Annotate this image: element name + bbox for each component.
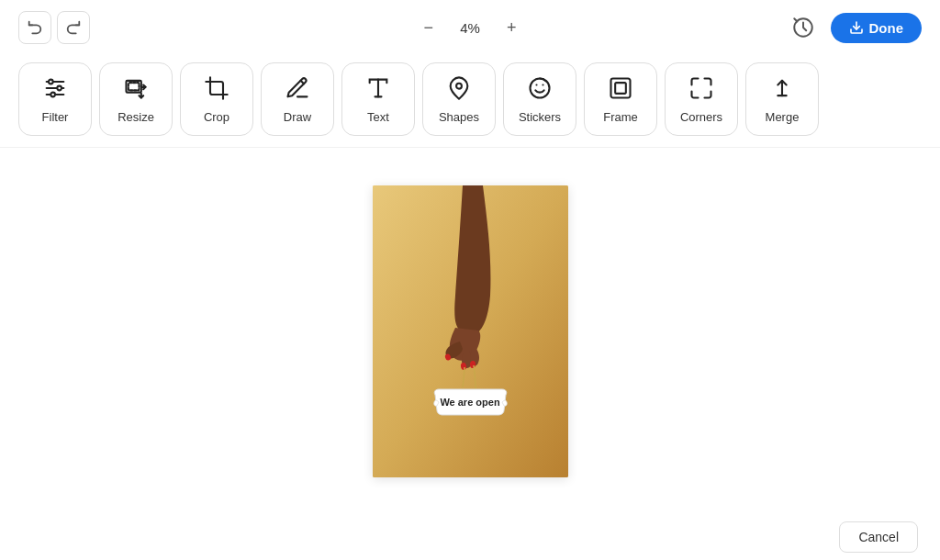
svg-point-7 [50, 92, 55, 96]
zoom-out-button[interactable]: − [416, 15, 441, 41]
zoom-control: − 4% + [416, 15, 523, 41]
done-button[interactable]: Done [831, 13, 923, 43]
svg-rect-18 [611, 78, 631, 97]
crop-icon [204, 75, 229, 105]
top-bar-right: Done [787, 11, 923, 44]
photo-background: We are open [373, 185, 568, 477]
svg-rect-11 [129, 83, 140, 90]
shapes-label: Shapes [439, 110, 479, 124]
stickers-label: Stickers [519, 110, 561, 124]
tool-resize[interactable]: Resize [99, 62, 173, 136]
stickers-icon [527, 75, 553, 105]
draw-icon [285, 75, 310, 105]
redo-button[interactable] [57, 11, 90, 44]
crop-label: Crop [204, 110, 229, 124]
resize-label: Resize [118, 110, 154, 124]
image-container: We are open [373, 185, 568, 477]
tool-crop[interactable]: Crop [180, 62, 253, 136]
frame-label: Frame [603, 110, 638, 124]
corners-label: Corners [680, 110, 722, 124]
canvas-area: We are open [0, 148, 940, 515]
draw-label: Draw [284, 110, 311, 124]
resize-icon [123, 75, 149, 105]
tool-corners[interactable]: Corners [665, 62, 738, 136]
filter-label: Filter [42, 110, 69, 124]
history-button[interactable] [787, 11, 820, 44]
corners-icon [688, 75, 714, 105]
merge-icon [769, 75, 795, 105]
frame-icon [608, 75, 633, 105]
top-bar: − 4% + Done [0, 0, 940, 55]
bottom-bar: Cancel [817, 514, 940, 560]
tool-stickers[interactable]: Stickers [503, 62, 576, 136]
tool-merge[interactable]: Merge [745, 62, 819, 136]
text-label: Text [367, 110, 389, 124]
zoom-value: 4% [452, 20, 488, 36]
zoom-in-button[interactable]: + [499, 15, 524, 41]
tool-filter[interactable]: Filter [18, 62, 92, 136]
svg-point-5 [49, 79, 53, 84]
tool-shapes[interactable]: Shapes [422, 62, 496, 136]
filter-icon [42, 75, 68, 105]
cancel-button[interactable]: Cancel [839, 521, 918, 553]
shapes-icon [446, 75, 472, 105]
download-icon [849, 20, 864, 35]
undo-redo-group [18, 11, 90, 44]
tool-draw[interactable]: Draw [261, 62, 334, 136]
merge-label: Merge [766, 110, 800, 124]
svg-rect-19 [615, 83, 626, 94]
svg-text:We are open: We are open [440, 397, 499, 408]
undo-button[interactable] [18, 11, 51, 44]
toolbar: Filter Resize Crop [0, 55, 940, 148]
svg-point-14 [456, 83, 462, 88]
tool-frame[interactable]: Frame [584, 62, 657, 136]
photo-content: We are open [373, 185, 568, 477]
tool-text[interactable]: Text [341, 62, 415, 136]
text-icon [365, 75, 391, 105]
svg-point-6 [57, 85, 62, 90]
done-label: Done [869, 20, 904, 36]
